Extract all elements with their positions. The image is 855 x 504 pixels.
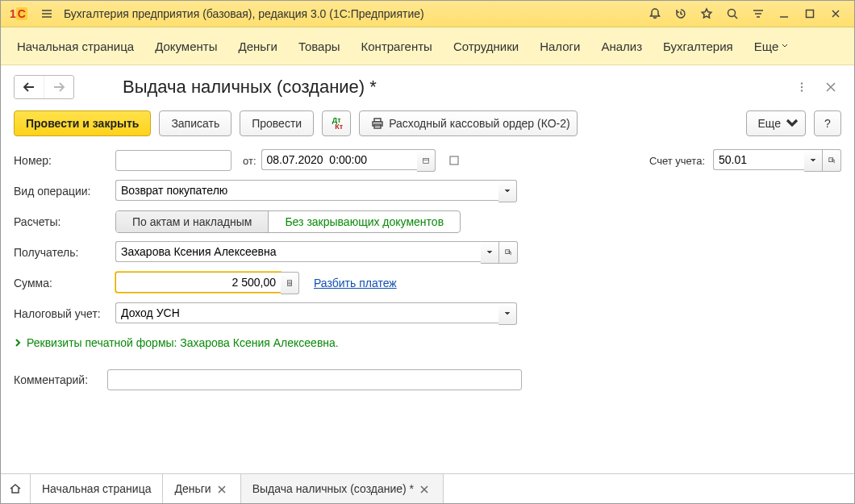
account-open-button[interactable]: [823, 149, 841, 172]
menu-item[interactable]: Бухгалтерия: [663, 40, 733, 53]
maximize-button[interactable]: [798, 3, 822, 24]
svg-rect-8: [423, 158, 428, 163]
filter-icon[interactable]: [746, 3, 770, 24]
calc-option-1[interactable]: По актам и накладным: [116, 211, 268, 232]
tab-current-doc[interactable]: Выдача наличных (создание) *: [241, 474, 444, 503]
bell-icon[interactable]: [643, 3, 667, 24]
menu-more[interactable]: Еще: [754, 40, 789, 53]
comment-label: Комментарий:: [14, 373, 102, 386]
menu-item[interactable]: Контрагенты: [361, 40, 432, 53]
hamburger-icon[interactable]: [35, 3, 59, 24]
calc-label: Расчеты:: [14, 215, 111, 228]
svg-point-2: [801, 82, 803, 84]
menu-item[interactable]: Анализ: [601, 40, 642, 53]
svg-point-4: [801, 90, 803, 91]
sum-input[interactable]: [115, 272, 281, 293]
calc-option-2[interactable]: Без закрывающих документов: [268, 211, 460, 232]
account-label: Счет учета:: [649, 155, 705, 167]
close-button[interactable]: [824, 3, 848, 24]
doc-status-icon: [447, 153, 461, 168]
post-and-close-label: Провести и закрыть: [26, 117, 139, 130]
document-title: Выдача наличных (создание) *: [123, 77, 377, 98]
optype-label: Вид операции:: [14, 185, 111, 198]
star-icon[interactable]: [694, 3, 719, 24]
menu-item[interactable]: Сотрудники: [453, 40, 519, 53]
menu-item[interactable]: Налоги: [540, 40, 580, 53]
recipient-label: Получатель:: [14, 246, 111, 259]
tax-label: Налоговый учет:: [14, 307, 111, 320]
tab-close-button[interactable]: [218, 483, 229, 494]
menu-item[interactable]: Документы: [155, 40, 217, 53]
tax-input[interactable]: [115, 302, 498, 323]
app-logo: 1С: [7, 6, 30, 21]
tab-money[interactable]: Деньги: [163, 474, 240, 503]
calculator-button[interactable]: [281, 272, 299, 294]
printer-icon: [371, 117, 384, 130]
svg-rect-1: [807, 10, 814, 18]
tab-money-label: Деньги: [174, 482, 211, 495]
dtkt-button[interactable]: ДтКт: [322, 110, 351, 136]
save-button[interactable]: Записать: [159, 110, 231, 136]
main-menu: Начальная страница Документы Деньги Това…: [1, 27, 854, 65]
window-title: Бухгалтерия предприятия (базовая), редак…: [64, 7, 638, 20]
nav-buttons: [14, 75, 74, 99]
search-icon[interactable]: [720, 3, 744, 24]
print-form-button[interactable]: Расходный кассовый ордер (КО-2): [359, 110, 578, 136]
tabs-bar: Начальная страница Деньги Выдача наличны…: [1, 473, 854, 503]
tab-current-label: Выдача наличных (создание) *: [252, 482, 414, 495]
printform-expand-label: Реквизиты печатной формы: Захарова Ксени…: [27, 336, 339, 349]
help-label: ?: [824, 117, 831, 130]
date-input[interactable]: [261, 149, 417, 170]
recipient-dropdown-button[interactable]: [481, 241, 499, 264]
number-label: Номер:: [14, 154, 111, 167]
more-label: Еще: [758, 117, 782, 130]
more-button[interactable]: Еще: [746, 110, 807, 136]
save-label: Записать: [171, 117, 219, 130]
from-label: от:: [243, 155, 256, 167]
chevron-right-icon: [14, 339, 22, 347]
recipient-open-button[interactable]: [499, 241, 518, 264]
home-tab-icon[interactable]: [1, 474, 31, 503]
number-input[interactable]: [115, 150, 231, 171]
menu-more-label: Еще: [754, 40, 779, 53]
printform-expand[interactable]: Реквизиты печатной формы: Захарова Ксени…: [14, 336, 841, 349]
comment-input[interactable]: [107, 369, 522, 390]
window-titlebar: 1С Бухгалтерия предприятия (базовая), ре…: [1, 1, 854, 27]
split-payment-link[interactable]: Разбить платеж: [314, 277, 397, 289]
sum-label: Сумма:: [14, 277, 111, 289]
account-input[interactable]: [713, 149, 804, 170]
nav-forward-button: [44, 76, 73, 98]
nav-back-button[interactable]: [15, 76, 44, 98]
calendar-button[interactable]: [417, 149, 436, 172]
tab-home-label: Начальная страница: [42, 482, 151, 495]
tax-dropdown-button[interactable]: [498, 302, 517, 325]
minimize-button[interactable]: [772, 3, 796, 24]
print-form-label: Расходный кассовый ордер (КО-2): [389, 117, 570, 130]
tab-home[interactable]: Начальная страница: [31, 474, 163, 503]
close-document-button[interactable]: [820, 77, 841, 98]
kebab-icon[interactable]: [791, 77, 812, 98]
history-icon[interactable]: [669, 3, 693, 24]
account-dropdown-button[interactable]: [804, 149, 823, 172]
svg-point-0: [728, 10, 736, 17]
optype-input[interactable]: [115, 180, 498, 201]
svg-point-3: [801, 86, 803, 88]
svg-rect-12: [287, 281, 291, 286]
post-and-close-button[interactable]: Провести и закрыть: [14, 110, 151, 136]
calc-toggle: По актам и накладным Без закрывающих док…: [115, 210, 461, 233]
post-button[interactable]: Провести: [240, 110, 314, 136]
help-button[interactable]: ?: [814, 110, 841, 136]
recipient-input[interactable]: [115, 241, 481, 262]
menu-item[interactable]: Товары: [298, 40, 340, 53]
tab-close-button[interactable]: [420, 483, 432, 494]
menu-item[interactable]: Деньги: [238, 40, 277, 53]
svg-rect-9: [450, 156, 458, 165]
dtkt-icon: ДтКт: [330, 117, 343, 130]
menu-item[interactable]: Начальная страница: [17, 40, 134, 53]
optype-dropdown-button[interactable]: [498, 180, 517, 202]
post-label: Провести: [252, 117, 302, 130]
